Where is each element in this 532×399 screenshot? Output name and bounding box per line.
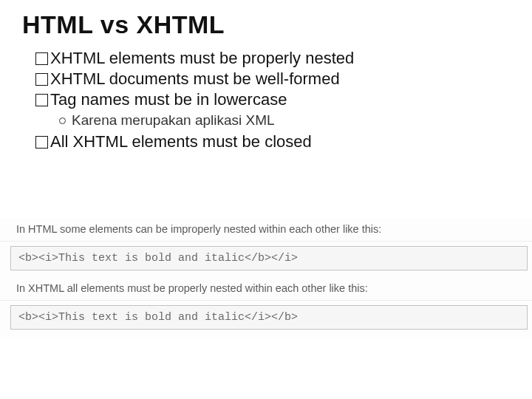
code-box-1: <b><i>This text is bold and italic</b></…	[10, 246, 528, 270]
bullet-item: Tag names must be in lowercase	[35, 89, 517, 110]
examples-section: In HTML some elements can be improperly …	[0, 219, 532, 337]
bullet-text: All XHTML elements must be closed	[50, 132, 312, 152]
sub-bullet-item: Karena merupakan aplikasi XML	[59, 112, 517, 129]
example-caption-1: In HTML some elements can be improperly …	[0, 219, 532, 242]
bullet-text: XHTML documents must be well-formed	[50, 69, 340, 89]
sub-bullet-text: Karena merupakan aplikasi XML	[72, 112, 275, 129]
bullet-item: All XHTML elements must be closed	[35, 132, 517, 152]
example-caption-2: In XHTML all elements must be properly n…	[0, 278, 532, 301]
square-bullet-icon	[35, 94, 48, 106]
bullet-text: XHTML elements must be properly nested	[50, 48, 354, 69]
bullet-text: Tag names must be in lowercase	[50, 89, 287, 110]
square-bullet-icon	[35, 52, 48, 65]
bullet-item: XHTML documents must be well-formed	[35, 69, 517, 89]
square-bullet-icon	[35, 73, 48, 86]
code-box-2: <b><i>This text is bold and italic</i></…	[10, 305, 528, 330]
bullet-list: XHTML elements must be properly nested X…	[35, 48, 517, 153]
slide-title: HTML vs XHTML	[22, 10, 517, 39]
square-bullet-icon	[35, 136, 48, 149]
slide: HTML vs XHTML XHTML elements must be pro…	[0, 0, 532, 399]
circle-bullet-icon	[59, 117, 66, 124]
bullet-item: XHTML elements must be properly nested	[35, 48, 517, 69]
